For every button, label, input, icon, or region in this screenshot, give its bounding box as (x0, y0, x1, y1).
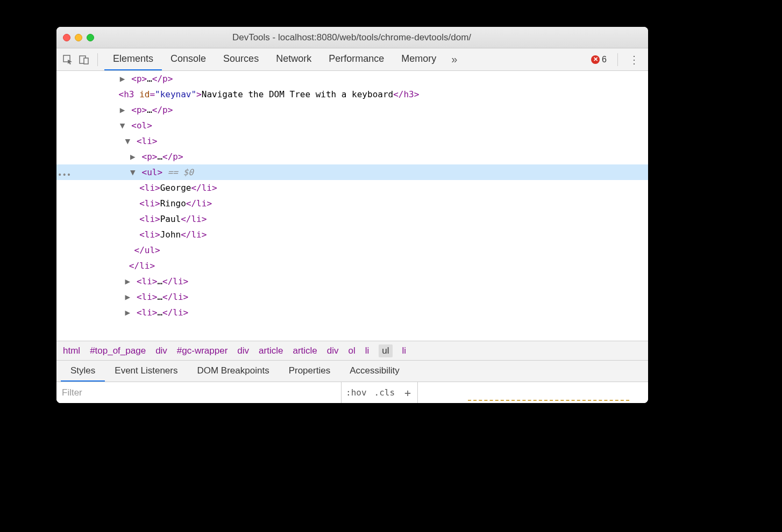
breadcrumb-item[interactable]: article (259, 346, 283, 356)
minimize-window-button[interactable] (75, 34, 82, 41)
cls-toggle[interactable]: .cls (374, 387, 395, 398)
expand-arrow-icon[interactable]: ▼ (129, 164, 137, 180)
dom-node-line[interactable]: <li>Ringo</li> (56, 196, 648, 211)
maximize-window-button[interactable] (87, 34, 94, 41)
expand-arrow-icon[interactable]: ▶ (129, 149, 137, 164)
dom-node-line[interactable]: ▶ <li>…</li> (56, 305, 648, 320)
breadcrumb-item[interactable]: li (402, 346, 407, 356)
hov-toggle[interactable]: :hov (346, 387, 367, 398)
expand-arrow-icon[interactable]: ▶ (124, 305, 131, 320)
expand-arrow-icon[interactable]: ▶ (124, 289, 131, 305)
new-style-rule-button[interactable]: + (402, 386, 413, 399)
expand-arrow-icon[interactable]: ▼ (119, 118, 126, 133)
main-toolbar: ElementsConsoleSourcesNetworkPerformance… (56, 48, 648, 71)
svg-rect-2 (84, 58, 88, 64)
panel-tabs: ElementsConsoleSourcesNetworkPerformance… (104, 48, 445, 70)
breadcrumb-item[interactable]: div (155, 346, 167, 356)
breadcrumb-item[interactable]: #gc-wrapper (177, 346, 228, 356)
tab-sources[interactable]: Sources (215, 48, 267, 70)
subtab-dom-breakpoints[interactable]: DOM Breakpoints (187, 361, 279, 382)
dom-breadcrumbs: html#top_of_pagediv#gc-wrapperdivarticle… (56, 341, 648, 360)
subtab-event-listeners[interactable]: Event Listeners (105, 361, 187, 382)
tab-console[interactable]: Console (162, 48, 215, 70)
subtab-styles[interactable]: Styles (61, 361, 105, 382)
breadcrumb-item[interactable]: html (63, 346, 80, 356)
expand-arrow-icon[interactable]: ▼ (124, 133, 131, 149)
dom-tree-panel[interactable]: ▶ <p>…</p> <h3 id="keynav">Navigate the … (56, 71, 648, 341)
tab-performance[interactable]: Performance (320, 48, 393, 70)
styles-toggle-buttons: :hov .cls + (342, 382, 418, 403)
devtools-window: DevTools - localhost:8080/web/tools/chro… (56, 27, 648, 403)
dom-node-line[interactable]: </ul> (56, 242, 648, 258)
dom-node-line[interactable]: ▼ <ul> == $0 (56, 164, 648, 180)
dom-node-line[interactable]: ▶ <li>…</li> (56, 274, 648, 289)
titlebar: DevTools - localhost:8080/web/tools/chro… (56, 27, 648, 48)
subtab-properties[interactable]: Properties (279, 361, 340, 382)
error-count: 6 (602, 55, 607, 64)
more-tabs-button[interactable]: » (447, 53, 461, 66)
subtab-accessibility[interactable]: Accessibility (340, 361, 409, 382)
dom-node-line[interactable]: ▼ <ol> (56, 118, 648, 133)
separator (617, 53, 618, 66)
window-controls (63, 34, 94, 41)
dom-node-line[interactable]: <li>George</li> (56, 180, 648, 196)
settings-menu-button[interactable]: ⋮ (624, 53, 644, 66)
dom-node-line[interactable]: </li> (56, 258, 648, 274)
dom-node-line[interactable]: ▶ <p>…</p> (56, 71, 648, 87)
breadcrumb-item[interactable]: div (327, 346, 339, 356)
tab-network[interactable]: Network (267, 48, 320, 70)
dom-node-line[interactable]: ▶ <p>…</p> (56, 102, 648, 118)
expand-arrow-icon[interactable]: ▶ (124, 274, 131, 289)
breadcrumb-item[interactable]: ol (349, 346, 356, 356)
dom-node-line[interactable]: ▼ <li> (56, 133, 648, 149)
expand-arrow-icon[interactable]: ▶ (119, 71, 126, 87)
close-window-button[interactable] (63, 34, 70, 41)
dom-node-line[interactable]: ▶ <p>…</p> (56, 149, 648, 164)
error-count-badge[interactable]: ✕ 6 (587, 55, 611, 64)
styles-filter-input[interactable] (56, 382, 341, 403)
dom-node-line[interactable]: <li>Paul</li> (56, 211, 648, 227)
dom-node-line[interactable]: <h3 id="keynav">Navigate the DOM Tree wi… (56, 87, 648, 102)
separator (97, 53, 98, 66)
error-icon: ✕ (591, 55, 600, 64)
device-toolbar-icon[interactable] (77, 53, 91, 67)
breadcrumb-item[interactable]: article (293, 346, 317, 356)
box-model-preview-edge (468, 400, 629, 403)
tab-memory[interactable]: Memory (393, 48, 445, 70)
breadcrumb-item[interactable]: div (237, 346, 249, 356)
window-title: DevTools - localhost:8080/web/tools/chro… (98, 32, 605, 43)
breadcrumb-item[interactable]: ul (379, 344, 392, 357)
inspect-element-icon[interactable] (61, 53, 75, 67)
styles-filter-wrap (56, 382, 342, 403)
breadcrumb-item[interactable]: #top_of_page (90, 346, 146, 356)
styles-pane-tabs: StylesEvent ListenersDOM BreakpointsProp… (56, 360, 648, 382)
tab-elements[interactable]: Elements (104, 48, 162, 70)
breadcrumb-item[interactable]: li (365, 346, 369, 356)
dom-node-line[interactable]: ▶ <li>…</li> (56, 289, 648, 305)
expand-arrow-icon[interactable]: ▶ (119, 102, 126, 118)
dom-node-line[interactable]: <li>John</li> (56, 227, 648, 242)
gutter-actions-icon[interactable]: ••• (58, 167, 71, 183)
